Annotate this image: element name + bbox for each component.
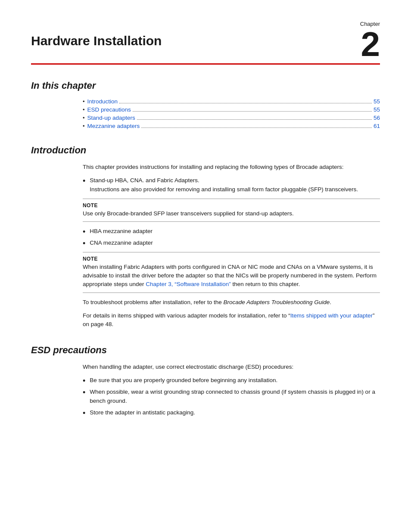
esd-bullet-2-text: When possible, wear a wrist grounding st… [90, 388, 380, 406]
chapter-number-block: Chapter 2 [346, 21, 380, 62]
bullet-dot-3: • [83, 240, 85, 247]
toc-dots-4 [141, 128, 372, 128]
toc-heading: In this chapter [31, 80, 380, 91]
toc-dots-3 [137, 119, 372, 120]
toc-page-4: 61 [374, 123, 380, 129]
page: Chapter Hardware Installation Chapter 2 … [0, 0, 411, 532]
intro-heading: Introduction [31, 145, 380, 156]
toc-page-3: 56 [374, 115, 380, 121]
intro-note1: NOTE Use only Brocade-branded SFP laser … [83, 199, 380, 222]
intro-para3-text: For details in items shipped with variou… [83, 311, 380, 330]
intro-bullets-2: • HBA mezzanine adapter • CNA mezzanine … [83, 227, 380, 248]
toc-link-1[interactable]: Introduction [87, 98, 118, 105]
toc-link-2[interactable]: ESD precautions [87, 106, 131, 113]
intro-para2-pre: To troubleshoot problems after installat… [83, 299, 223, 305]
intro-note2-text: When installing Fabric Adapters with por… [83, 263, 380, 289]
intro-note1-label: NOTE [83, 202, 380, 208]
esd-section: ESD precautions When handling the adapte… [31, 345, 380, 417]
toc-dots-1 [119, 103, 372, 103]
intro-para1: This chapter provides instructions for i… [83, 163, 380, 172]
intro-bullet-3-text: CNA mezzanine adapter [90, 239, 380, 248]
bullet-dot-1: • [83, 177, 85, 185]
esd-para1-text: When handling the adapter, use correct e… [83, 363, 380, 372]
intro-para2-italic: Brocade Adapters Troubleshooting Guide [223, 299, 330, 305]
intro-note2: NOTE When installing Fabric Adapters wit… [83, 252, 380, 293]
toc-item-2: • ESD precautions 55 [83, 106, 380, 113]
intro-para2: To troubleshoot problems after installat… [83, 298, 380, 330]
chapter-title-block: Chapter Hardware Installation [31, 21, 346, 48]
intro-para3-pre: For details in items shipped with variou… [83, 312, 290, 319]
esd-bullet-2: • When possible, wear a wrist grounding … [83, 388, 380, 406]
toc-page-1: 55 [374, 98, 380, 105]
intro-bullet-1-text: Stand-up HBA, CNA. and Fabric Adapters. … [90, 176, 380, 194]
esd-bullets: • Be sure that you are properly grounded… [83, 376, 380, 417]
intro-bullets-1: • Stand-up HBA, CNA. and Fabric Adapters… [83, 176, 380, 194]
red-rule [31, 63, 380, 65]
intro-para2-post: . [330, 299, 331, 305]
chapter-header: Chapter Hardware Installation Chapter 2 [31, 21, 380, 62]
intro-note2-post: then return to this chapter. [231, 281, 300, 287]
toc-link-4[interactable]: Mezzanine adapters [87, 123, 140, 129]
chapter-title: Hardware Installation [31, 34, 346, 48]
intro-section: Introduction This chapter provides instr… [31, 145, 380, 329]
items-shipped-link[interactable]: Items shipped with your adapter [290, 312, 373, 319]
intro-bullet-2-text: HBA mezzanine adapter [90, 227, 380, 236]
esd-bullet-1: • Be sure that you are properly grounded… [83, 376, 380, 385]
toc-link-3[interactable]: Stand-up adapters [87, 115, 135, 121]
toc-item-1: • Introduction 55 [83, 98, 380, 105]
bullet-dot-2: • [83, 228, 85, 236]
toc-section: In this chapter • Introduction 55 • ESD … [31, 80, 380, 129]
intro-para1-text: This chapter provides instructions for i… [83, 163, 380, 172]
esd-bullet-dot-3: • [83, 409, 85, 417]
toc-bullet-4: • [83, 123, 85, 129]
toc-bullet-2: • [83, 106, 85, 113]
esd-bullet-3-text: Store the adapter in antistatic packagin… [90, 408, 380, 417]
intro-bullet-1: • Stand-up HBA, CNA. and Fabric Adapters… [83, 176, 380, 194]
intro-bullet-1-main: Stand-up HBA, CNA. and Fabric Adapters. [90, 177, 199, 184]
esd-para1: When handling the adapter, use correct e… [83, 363, 380, 372]
toc-bullet-3: • [83, 115, 85, 121]
esd-heading: ESD precautions [31, 345, 380, 356]
chapter-number: 2 [346, 27, 380, 62]
intro-note2-label: NOTE [83, 256, 380, 262]
toc-item-3: • Stand-up adapters 56 [83, 115, 380, 121]
toc-page-2: 55 [374, 106, 380, 113]
toc-dots-2 [133, 111, 372, 112]
intro-note2-link[interactable]: Chapter 3, “Software Installation” [146, 281, 230, 287]
toc-bullet-1: • [83, 98, 85, 105]
toc-item-4: • Mezzanine adapters 61 [83, 123, 380, 129]
intro-note1-text: Use only Brocade-branded SFP laser trans… [83, 209, 380, 218]
toc-container: • Introduction 55 • ESD precautions 55 •… [83, 98, 380, 129]
intro-bullet-1-sub: Instructions are also provided for remov… [90, 186, 358, 193]
intro-bullet-3: • CNA mezzanine adapter [83, 239, 380, 248]
esd-bullet-dot-2: • [83, 389, 85, 396]
esd-bullet-dot-1: • [83, 377, 85, 385]
intro-bullet-2: • HBA mezzanine adapter [83, 227, 380, 236]
intro-para2-text: To troubleshoot problems after installat… [83, 298, 380, 307]
esd-bullet-1-text: Be sure that you are properly grounded b… [90, 376, 380, 385]
esd-bullet-3: • Store the adapter in antistatic packag… [83, 408, 380, 417]
